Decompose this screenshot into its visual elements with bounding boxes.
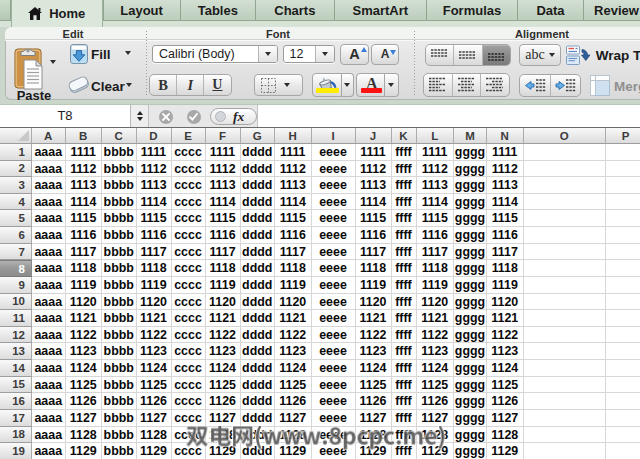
cell-K1[interactable]: ffff xyxy=(392,144,417,161)
cell-J9[interactable]: 1119 xyxy=(356,277,392,294)
clear-icon[interactable] xyxy=(67,74,90,94)
cell-I12[interactable]: eeee xyxy=(312,327,356,344)
row-header-19[interactable]: 19 xyxy=(0,443,32,459)
font-color-button[interactable]: A xyxy=(356,73,385,98)
cell-J5[interactable]: 1115 xyxy=(356,210,392,227)
cell-K11[interactable]: ffff xyxy=(392,310,417,327)
cell-F9[interactable]: 1119 xyxy=(206,277,241,294)
cell-N10[interactable]: 1120 xyxy=(487,294,524,311)
cell-P9[interactable] xyxy=(606,277,640,294)
cell-D12[interactable]: 1122 xyxy=(137,327,172,344)
cell-M16[interactable]: gggg xyxy=(454,393,487,410)
align-middle-button[interactable] xyxy=(453,45,482,65)
column-header-P[interactable]: P xyxy=(606,128,640,144)
cell-G9[interactable]: dddd xyxy=(241,277,276,294)
cell-F12[interactable]: 1122 xyxy=(206,327,241,344)
cell-L16[interactable]: 1126 xyxy=(417,393,455,410)
cell-H5[interactable]: 1115 xyxy=(275,210,312,227)
align-center-button[interactable] xyxy=(452,74,481,96)
column-header-I[interactable]: I xyxy=(312,128,356,144)
cell-J11[interactable]: 1121 xyxy=(356,310,392,327)
wrap-text-icon[interactable] xyxy=(566,45,593,65)
cell-B8[interactable]: 1118 xyxy=(66,260,103,277)
cell-F18[interactable]: 1128 xyxy=(206,427,241,444)
cell-G15[interactable]: dddd xyxy=(241,377,276,394)
tab-smartart[interactable]: SmartArt xyxy=(334,0,426,21)
column-header-C[interactable]: C xyxy=(102,128,137,144)
cell-K3[interactable]: ffff xyxy=(392,177,417,194)
cell-H17[interactable]: 1127 xyxy=(275,410,312,427)
cell-C2[interactable]: bbbb xyxy=(102,161,137,178)
tab-review[interactable]: Review xyxy=(583,0,640,21)
cell-G10[interactable]: dddd xyxy=(241,294,276,311)
cell-J1[interactable]: 1111 xyxy=(356,144,392,161)
tab-formulas[interactable]: Formulas xyxy=(426,0,517,21)
formula-input[interactable] xyxy=(258,105,640,127)
cell-A9[interactable]: aaaa xyxy=(32,277,66,294)
cell-B7[interactable]: 1117 xyxy=(66,244,103,261)
cell-C5[interactable]: bbbb xyxy=(102,210,137,227)
cell-P8[interactable] xyxy=(606,260,640,277)
cell-K15[interactable]: ffff xyxy=(392,377,417,394)
row-header-5[interactable]: 5 xyxy=(0,210,32,227)
cell-A8[interactable]: aaaa xyxy=(32,260,66,277)
row-header-18[interactable]: 18 xyxy=(0,427,32,444)
cell-D16[interactable]: 1126 xyxy=(137,393,172,410)
cell-E19[interactable]: cccc xyxy=(172,443,206,459)
cell-B9[interactable]: 1119 xyxy=(66,277,103,294)
clear-dropdown-arrow[interactable] xyxy=(126,83,132,87)
align-top-button[interactable] xyxy=(426,45,454,65)
cell-G2[interactable]: dddd xyxy=(241,161,276,178)
cell-F19[interactable]: 1129 xyxy=(206,443,241,459)
cell-H12[interactable]: 1122 xyxy=(275,327,312,344)
cell-E16[interactable]: cccc xyxy=(172,393,206,410)
cell-E1[interactable]: cccc xyxy=(172,144,206,161)
enter-button[interactable] xyxy=(187,110,201,124)
cell-N13[interactable]: 1123 xyxy=(487,343,524,360)
cell-M14[interactable]: gggg xyxy=(454,360,487,377)
cell-J16[interactable]: 1126 xyxy=(356,393,392,410)
cell-P17[interactable] xyxy=(606,410,640,427)
cell-C18[interactable]: bbbb xyxy=(102,427,137,444)
cell-M12[interactable]: gggg xyxy=(454,327,487,344)
cell-L4[interactable]: 1114 xyxy=(417,194,455,211)
cell-D11[interactable]: 1121 xyxy=(137,310,172,327)
cell-K8[interactable]: ffff xyxy=(392,260,417,277)
fill-dropdown-arrow[interactable] xyxy=(125,51,131,55)
cell-N2[interactable]: 1112 xyxy=(487,161,524,178)
select-all-corner[interactable] xyxy=(0,128,32,144)
cell-O2[interactable] xyxy=(524,161,607,178)
fill-color-button[interactable] xyxy=(312,73,342,98)
cell-J19[interactable]: 1129 xyxy=(356,443,392,459)
cell-F16[interactable]: 1126 xyxy=(206,393,241,410)
cell-B12[interactable]: 1122 xyxy=(66,327,103,344)
cell-I19[interactable]: eeee xyxy=(312,443,356,459)
cell-G5[interactable]: dddd xyxy=(241,210,276,227)
cell-K7[interactable]: ffff xyxy=(392,244,417,261)
cell-F14[interactable]: 1124 xyxy=(206,360,241,377)
row-header-15[interactable]: 15 xyxy=(0,377,32,394)
cell-F1[interactable]: 1111 xyxy=(206,144,241,161)
cell-B13[interactable]: 1123 xyxy=(66,343,103,360)
paste-icon[interactable] xyxy=(12,44,47,91)
bold-button[interactable]: B xyxy=(150,75,176,95)
cell-L7[interactable]: 1117 xyxy=(417,244,455,261)
cell-H10[interactable]: 1120 xyxy=(275,294,312,311)
cell-C11[interactable]: bbbb xyxy=(102,310,137,327)
column-header-J[interactable]: J xyxy=(356,128,392,144)
cell-L5[interactable]: 1115 xyxy=(417,210,455,227)
cell-K17[interactable]: ffff xyxy=(392,410,417,427)
cell-B10[interactable]: 1120 xyxy=(66,294,103,311)
cell-F2[interactable]: 1112 xyxy=(206,161,241,178)
cell-L17[interactable]: 1127 xyxy=(417,410,455,427)
cell-C8[interactable]: bbbb xyxy=(102,260,137,277)
cell-N6[interactable]: 1116 xyxy=(487,227,524,244)
cell-A16[interactable]: aaaa xyxy=(32,393,66,410)
font-family-select[interactable]: Calibri (Body) xyxy=(152,45,278,63)
cell-N14[interactable]: 1124 xyxy=(487,360,524,377)
cell-E3[interactable]: cccc xyxy=(172,177,206,194)
cell-E14[interactable]: cccc xyxy=(172,360,206,377)
insert-function-button[interactable]: fx xyxy=(210,108,257,125)
cell-P16[interactable] xyxy=(606,393,640,410)
cell-N9[interactable]: 1119 xyxy=(487,277,524,294)
